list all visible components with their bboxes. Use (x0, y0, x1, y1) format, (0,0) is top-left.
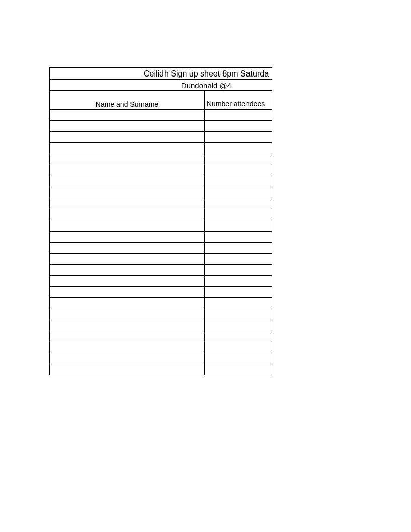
table-row (50, 143, 272, 154)
cell-attendees (205, 198, 272, 209)
column-header-name: Name and Surname (50, 91, 205, 109)
table-row (50, 187, 272, 198)
table-row (50, 198, 272, 209)
cell-name (50, 220, 205, 231)
table-row (50, 121, 272, 132)
cell-name (50, 209, 205, 220)
cell-name (50, 353, 205, 364)
cell-attendees (205, 265, 272, 275)
table-row (50, 342, 272, 353)
cell-attendees (205, 165, 272, 176)
table-row (50, 276, 272, 287)
cell-attendees (205, 187, 272, 198)
table-row (50, 254, 272, 265)
table-row (50, 298, 272, 309)
cell-attendees (205, 132, 272, 142)
table-row (50, 132, 272, 143)
table-row (50, 331, 272, 342)
cell-name (50, 143, 205, 154)
cell-attendees (205, 298, 272, 309)
cell-name (50, 121, 205, 131)
signup-sheet: Ceilidh Sign up sheet-8pm Saturda Dundon… (49, 67, 272, 375)
cell-name (50, 154, 205, 165)
cell-attendees (205, 276, 272, 286)
cell-name (50, 320, 205, 331)
table-row (50, 309, 272, 320)
cell-name (50, 132, 205, 142)
table-row (50, 320, 272, 331)
table-row (50, 265, 272, 276)
cell-attendees (205, 353, 272, 364)
cell-name (50, 187, 205, 198)
cell-name (50, 176, 205, 187)
table-row (50, 353, 272, 364)
column-header-attendees: Number attendees (205, 91, 272, 109)
table-row (50, 364, 272, 375)
cell-name (50, 287, 205, 297)
table-row (50, 110, 272, 121)
cell-attendees (205, 309, 272, 320)
cell-attendees (205, 154, 272, 165)
table-row (50, 220, 272, 232)
cell-attendees (205, 110, 272, 120)
cell-name (50, 232, 205, 242)
table-row (50, 209, 272, 220)
cell-attendees (205, 176, 272, 187)
cell-attendees (205, 121, 272, 131)
cell-name (50, 254, 205, 264)
table-header-row: Name and Surname Number attendees (50, 91, 272, 110)
sheet-title: Ceilidh Sign up sheet-8pm Saturda (50, 68, 272, 80)
cell-name (50, 198, 205, 209)
cell-attendees (205, 143, 272, 154)
table-row (50, 176, 272, 187)
table-row (50, 232, 272, 243)
cell-name (50, 265, 205, 275)
cell-name (50, 309, 205, 320)
cell-name (50, 243, 205, 253)
cell-name (50, 364, 205, 375)
cell-name (50, 342, 205, 353)
cell-attendees (205, 320, 272, 331)
cell-attendees (205, 342, 272, 353)
table-row (50, 154, 272, 165)
cell-name (50, 331, 205, 342)
cell-name (50, 165, 205, 176)
cell-attendees (205, 209, 272, 220)
cell-name (50, 298, 205, 309)
cell-attendees (205, 287, 272, 297)
table-row (50, 287, 272, 298)
cell-attendees (205, 331, 272, 342)
cell-attendees (205, 232, 272, 242)
cell-attendees (205, 220, 272, 231)
cell-attendees (205, 364, 272, 375)
cell-name (50, 110, 205, 120)
cell-attendees (205, 243, 272, 253)
table-row (50, 165, 272, 176)
cell-attendees (205, 254, 272, 264)
sheet-subtitle: Dundonald @4 (50, 80, 272, 91)
table-row (50, 243, 272, 254)
cell-name (50, 276, 205, 286)
